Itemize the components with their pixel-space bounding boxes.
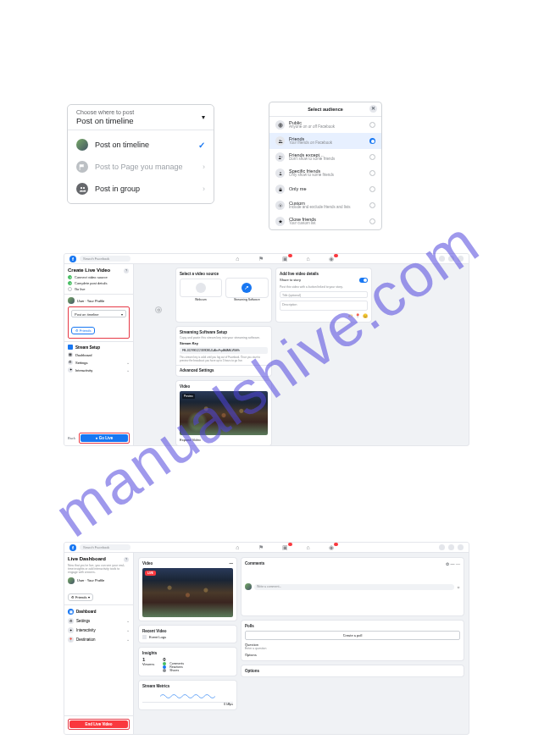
audience-friends-pill[interactable]: ⚙ Friends ▾: [68, 593, 93, 601]
option-post-group[interactable]: Post in group ›: [68, 178, 214, 200]
radio-off-icon[interactable]: [369, 170, 375, 176]
help-icon[interactable]: ?: [124, 268, 129, 273]
friends-nav-icon[interactable]: ⚑: [258, 256, 264, 262]
audience-pill[interactable]: ⚙ Friends: [71, 327, 95, 334]
dropdown-header[interactable]: Choose where to post Post on timeline ▾: [68, 105, 214, 130]
market-icon[interactable]: ⌂: [307, 256, 310, 262]
bell-icon[interactable]: [448, 544, 454, 550]
row-sub: Your custom list: [289, 222, 365, 226]
stream-key-field[interactable]: FB-102996122339030-0-AbxFqdA8AM-WkBh: [180, 347, 268, 354]
home-icon[interactable]: ⌂: [236, 256, 239, 262]
bell-icon[interactable]: [448, 256, 454, 262]
fb-topbar: f Search Facebook ⌂ ⚑ ▣ ⌂ ◉: [64, 254, 469, 264]
svg-rect-7: [279, 189, 281, 190]
friends-icon: [275, 136, 285, 146]
description-input[interactable]: Description: [280, 301, 368, 311]
stream-setup-header[interactable]: Stream Setup: [68, 345, 130, 350]
share-sub: Post this video with a button linked to …: [280, 285, 368, 289]
help-icon[interactable]: ?: [124, 557, 129, 562]
option-post-page[interactable]: Post to Page you manage ›: [68, 156, 214, 178]
search-input[interactable]: Search Facebook: [80, 544, 130, 550]
chevron-right-icon: ›: [203, 185, 205, 193]
sidebar-interactivity[interactable]: ✦Interactivity⌄: [68, 367, 130, 372]
menu-icon[interactable]: [439, 256, 445, 262]
share-story-toggle[interactable]: [359, 278, 368, 283]
radio-off-icon[interactable]: [369, 154, 375, 160]
location-icon[interactable]: 📍: [355, 313, 360, 318]
sidebar-user[interactable]: User · Your Profile: [68, 297, 130, 304]
sidebar-destination[interactable]: 📍Destination⌄: [68, 637, 130, 643]
radio-off-icon[interactable]: [369, 202, 375, 208]
sidebar-settings[interactable]: ⚙Settings⌄: [68, 618, 130, 624]
kbps-value: 0 kBps: [142, 703, 233, 706]
sidebar-dashboard[interactable]: ▦Dashboard: [68, 352, 130, 357]
event-logs-row[interactable]: Event Logs: [142, 635, 233, 639]
emoji-icon[interactable]: 😊: [363, 313, 368, 318]
radio-off-icon[interactable]: [369, 122, 375, 128]
close-icon[interactable]: ✕: [369, 105, 377, 113]
audience-public[interactable]: PublicAnyone on or off Facebook: [269, 117, 381, 133]
audience-friends-except[interactable]: Friends except...Don't show to some frie…: [269, 149, 381, 165]
where-dropdown[interactable]: Post on timeline▾: [71, 310, 126, 317]
back-button[interactable]: Back: [68, 436, 75, 440]
top-nav: ⌂ ⚑ ▣ ⌂ ◉: [134, 544, 436, 551]
audience-friends[interactable]: FriendsYour friends on Facebook: [269, 133, 381, 149]
minimize-icon[interactable]: —: [230, 561, 234, 566]
facebook-logo-icon[interactable]: f: [69, 256, 76, 262]
groups-nav-icon[interactable]: ◉: [329, 256, 334, 262]
facebook-logo-icon[interactable]: f: [69, 544, 76, 551]
go-live-button[interactable]: ● Go Live: [81, 434, 128, 442]
create-poll-button[interactable]: Create a poll: [245, 631, 460, 640]
star-icon: ✦: [68, 367, 73, 372]
sidebar-settings[interactable]: ⚙Settings⌄: [68, 360, 130, 365]
post-where-dropdown[interactable]: Choose where to post Post on timeline ▾ …: [67, 104, 214, 204]
source-webcam[interactable]: [180, 279, 222, 297]
radio-off-icon[interactable]: [369, 218, 375, 224]
sidebar-user[interactable]: User · Your Profile: [68, 577, 130, 584]
option-label: Post to Page you manage: [95, 163, 196, 171]
groups-nav-icon[interactable]: ◉: [329, 544, 334, 551]
title-input[interactable]: Title (optional): [280, 291, 368, 298]
recent-video-card: Recent Video Event Logs: [139, 626, 236, 643]
audience-specific[interactable]: Specific friendsOnly show to some friend…: [269, 165, 381, 181]
more-icon[interactable]: ⋯: [456, 561, 460, 566]
svg-point-5: [279, 156, 280, 157]
option-post-timeline[interactable]: Post on timeline ✓: [68, 134, 214, 156]
polls-card: Polls Create a poll Question Enter a que…: [242, 621, 464, 660]
advanced-settings-toggle[interactable]: Advanced Settings: [180, 368, 268, 372]
sidebar-interactivity[interactable]: ✦Interactivity⌄: [68, 627, 130, 633]
audience-custom[interactable]: CustomInclude and exclude friends and li…: [269, 197, 381, 213]
watch-icon[interactable]: ▣: [282, 256, 288, 262]
home-icon[interactable]: ⌂: [236, 544, 239, 551]
write-comment[interactable]: Write a comment...☺: [245, 583, 460, 590]
comment-input[interactable]: Write a comment...: [254, 584, 454, 590]
caret-icon[interactable]: [458, 256, 464, 262]
watch-icon[interactable]: ▣: [282, 544, 288, 551]
webcam-icon: [196, 283, 206, 293]
card-desc: Copy and paste this stream key into your…: [180, 336, 268, 339]
expand-video-link[interactable]: Expand Video: [180, 438, 268, 442]
create-live-main: ⚙ Select a video source Webcam Streaming…: [134, 264, 469, 446]
select-audience-dialog: Select audience ✕ PublicAnyone on or off…: [269, 102, 382, 230]
source-streaming-software[interactable]: [226, 279, 269, 297]
create-live-sidebar: Create Live Video ? Connect video source…: [64, 264, 134, 446]
friends-nav-icon[interactable]: ⚑: [258, 544, 264, 551]
audience-only-me[interactable]: Only me: [269, 181, 381, 197]
settings-icon[interactable]: ⚙: [155, 306, 162, 313]
radio-off-icon[interactable]: [369, 186, 375, 192]
card-title: Streaming Software Setup: [180, 330, 268, 334]
minimize-icon[interactable]: —: [451, 561, 455, 566]
filter-icon[interactable]: ✿: [446, 561, 449, 566]
sidebar-dashboard[interactable]: ▦Dashboard: [68, 609, 130, 615]
audience-close-friends[interactable]: Close friendsYour custom list: [269, 213, 381, 229]
option-label: Webcam: [180, 298, 222, 301]
end-live-button[interactable]: End Live Video: [69, 720, 128, 728]
menu-icon[interactable]: [439, 544, 445, 550]
search-input[interactable]: Search Facebook: [80, 256, 130, 262]
tag-icon[interactable]: 🏷: [348, 313, 353, 318]
lock-icon: [275, 185, 285, 194]
emoji-icon[interactable]: ☺: [457, 585, 460, 589]
market-icon[interactable]: ⌂: [307, 544, 310, 551]
caret-icon[interactable]: [458, 544, 464, 550]
radio-on-icon[interactable]: [369, 138, 375, 144]
